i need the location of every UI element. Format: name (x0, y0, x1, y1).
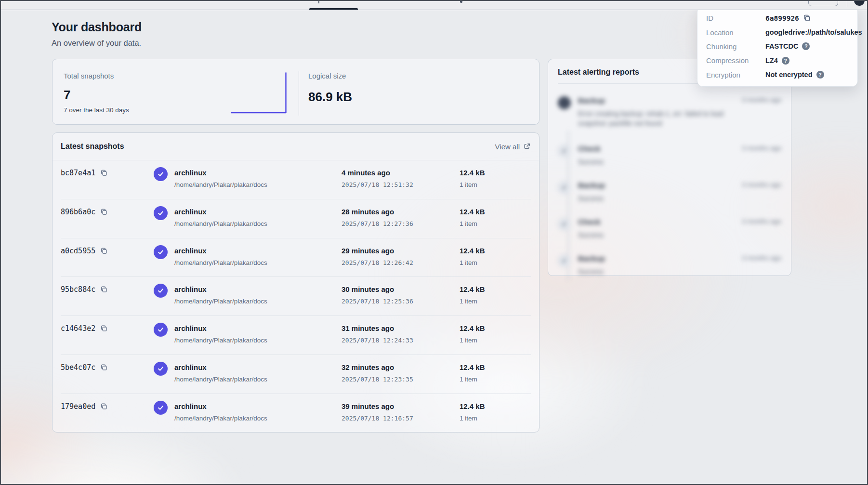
table-row[interactable]: c14643e2 archlinux /home/landry/Plakar/p… (61, 316, 531, 355)
popover-label: Chunking (706, 42, 765, 51)
snapshot-size: 12.4 kB (460, 285, 531, 293)
snapshot-id: 179ea0ed (61, 402, 95, 411)
snapshot-path: /home/landry/Plakar/plakar/docs (174, 259, 267, 266)
success-check-icon (154, 284, 168, 298)
snapshot-items: 1 item (460, 220, 531, 227)
popover-row-id: ID 6a899926 (706, 12, 849, 25)
latest-snapshots-title: Latest snapshots (61, 142, 124, 151)
stats-divider (299, 71, 299, 116)
popover-value: Not encrypted (765, 71, 813, 79)
alert-item[interactable]: ✓ Check Success 3 months ago (558, 218, 781, 240)
snapshot-path: /home/landry/Plakar/plakar/docs (174, 181, 267, 188)
alert-ago: 3 months ago (742, 96, 781, 129)
table-row[interactable]: 95bc884c archlinux /home/landry/Plakar/p… (61, 277, 531, 316)
snapshot-path: /home/landry/Plakar/plakar/docs (174, 220, 267, 227)
snapshot-ago: 39 minutes ago (342, 402, 460, 410)
active-tab-indicator (309, 8, 358, 10)
help-icon[interactable]: ? (816, 71, 824, 79)
success-check-icon (154, 245, 168, 259)
alert-item[interactable]: Backup Error creating backup: rehab-1, e… (558, 96, 781, 129)
snapshot-source: archlinux (174, 402, 267, 410)
alert-detail: Success (578, 194, 735, 203)
snapshot-date: 2025/07/18 12:25:36 (342, 298, 460, 305)
snapshot-items: 1 item (460, 337, 531, 344)
snapshot-date: 2025/07/18 12:16:57 (342, 415, 460, 422)
table-row[interactable]: 5be4c07c archlinux /home/landry/Plakar/p… (61, 355, 531, 394)
view-all-label: View all (495, 143, 520, 151)
snapshot-id: 95bc884c (61, 285, 95, 294)
alert-check-icon: ✓ (558, 181, 571, 194)
alert-item[interactable]: ✓ Backup Success 3 months ago (558, 254, 781, 276)
snapshot-id: bc87e4a1 (61, 169, 95, 177)
user-avatar[interactable] (854, 0, 865, 6)
total-snapshots-value: 7 (64, 88, 129, 103)
repository-info-popover: ID 6a899926 Location googledrive://path/… (697, 6, 858, 87)
snapshot-size: 12.4 kB (460, 247, 531, 255)
total-snapshots-sub: 7 over the last 30 days (64, 106, 129, 114)
snapshot-path: /home/landry/Plakar/plakar/docs (174, 415, 267, 422)
snapshot-source: archlinux (174, 324, 267, 332)
total-snapshots-label: Total snapshots (64, 72, 129, 80)
alert-check-icon: ✓ (558, 144, 571, 157)
copy-icon[interactable] (100, 325, 108, 332)
table-row[interactable]: 896b6a0c archlinux /home/landry/Plakar/p… (61, 199, 531, 238)
copy-icon[interactable] (100, 403, 108, 410)
snapshot-date: 2025/07/18 12:27:36 (342, 220, 460, 227)
snapshot-source: archlinux (174, 285, 267, 293)
snapshot-id: 896b6a0c (61, 208, 95, 216)
snapshot-source: archlinux (174, 208, 267, 216)
snapshot-date: 2025/07/18 12:26:42 (342, 259, 460, 266)
snapshot-date: 2025/07/18 12:23:35 (342, 376, 460, 383)
snapshot-items: 1 item (460, 376, 531, 383)
total-snapshots-stat: Total snapshots 7 7 over the last 30 day… (64, 72, 129, 114)
copy-icon[interactable] (100, 169, 108, 177)
code-shortcut-button[interactable]: </> (808, 0, 838, 6)
popover-value: FASTCDC (765, 42, 798, 50)
snapshot-id: c14643e2 (61, 324, 95, 333)
copy-icon[interactable] (100, 286, 108, 293)
snapshot-source: archlinux (174, 363, 267, 371)
popover-label: ID (706, 14, 765, 22)
snapshot-path: /home/landry/Plakar/plakar/docs (174, 337, 267, 344)
snapshot-size: 12.4 kB (460, 363, 531, 371)
alert-ago: 3 months ago (742, 144, 781, 167)
table-row[interactable]: bc87e4a1 archlinux /home/landry/Plakar/p… (61, 160, 531, 199)
copy-icon[interactable] (803, 14, 811, 22)
snapshot-items: 1 item (460, 298, 531, 305)
latest-snapshots-card: Latest snapshots View all bc87e4a1 (52, 132, 539, 433)
alert-item[interactable]: ✓ Check Success 3 months ago (558, 144, 781, 167)
alert-item[interactable]: ✓ Backup Success 3 months ago (558, 181, 781, 203)
alert-type: Check (578, 218, 735, 226)
snapshot-ago: 4 minutes ago (342, 169, 460, 177)
latest-snapshots-header: Latest snapshots View all (53, 133, 539, 160)
snapshot-ago: 31 minutes ago (342, 324, 460, 332)
copy-icon[interactable] (100, 208, 108, 216)
snapshot-items: 1 item (460, 415, 531, 422)
snapshot-id: 5be4c07c (61, 363, 95, 372)
snapshot-size: 12.4 kB (460, 402, 531, 410)
alert-detail: Success (578, 157, 735, 167)
external-link-icon (523, 143, 531, 150)
success-check-icon (154, 401, 168, 415)
table-row[interactable]: 179ea0ed archlinux /home/landry/Plakar/p… (61, 394, 531, 433)
popover-row-location: Location googledrive://path/to/salukes (706, 26, 849, 39)
logical-size-label: Logical size (308, 72, 352, 80)
popover-label: Compression (706, 56, 765, 65)
view-all-link[interactable]: View all (495, 143, 531, 151)
help-icon[interactable]: ? (782, 57, 789, 65)
help-icon[interactable]: ? (802, 42, 810, 50)
copy-icon[interactable] (100, 364, 108, 371)
popover-label: Location (706, 28, 765, 37)
snapshots-table: bc87e4a1 archlinux /home/landry/Plakar/p… (61, 160, 531, 433)
success-check-icon (154, 323, 168, 337)
snapshot-date: 2025/07/18 12:51:32 (342, 181, 460, 188)
snapshot-ago: 29 minutes ago (342, 247, 460, 255)
alert-detail: Success (578, 267, 735, 276)
table-row[interactable]: a0cd5955 archlinux /home/landry/Plakar/p… (61, 238, 531, 277)
snapshot-id: a0cd5955 (61, 247, 95, 255)
copy-icon[interactable] (100, 247, 108, 255)
latest-alerting-reports-panel: Latest alerting reports Backup Error cre… (548, 59, 791, 276)
alert-type: Backup (578, 254, 735, 263)
snapshot-path: /home/landry/Plakar/plakar/docs (174, 298, 267, 305)
snapshot-items: 1 item (460, 181, 531, 188)
